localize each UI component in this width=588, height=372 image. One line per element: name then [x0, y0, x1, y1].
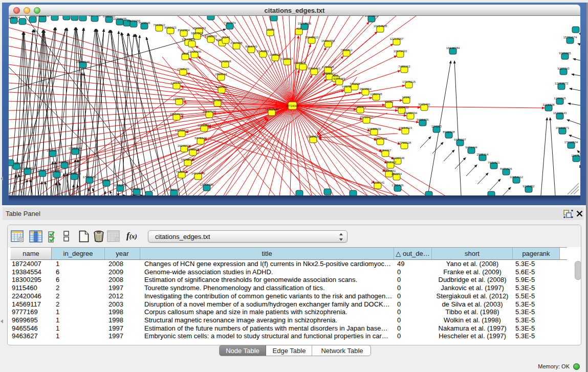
svg-text:19654932: 19654932 — [170, 113, 184, 116]
svg-text:8660123: 8660123 — [164, 26, 177, 29]
svg-text:7625402: 7625402 — [176, 170, 188, 173]
svg-text:9115460: 9115460 — [419, 103, 431, 106]
svg-text:3215938: 3215938 — [542, 103, 555, 106]
svg-text:10973493: 10973493 — [394, 50, 407, 53]
svg-text:1080748: 1080748 — [370, 93, 382, 96]
svg-text:3824554: 3824554 — [359, 87, 372, 91]
svg-text:17016504: 17016504 — [564, 141, 578, 144]
svg-text:62160: 62160 — [385, 100, 394, 103]
svg-text:17957253: 17957253 — [83, 176, 97, 179]
svg-text:17975115: 17975115 — [402, 80, 416, 83]
svg-text:18267130: 18267130 — [203, 110, 216, 113]
svg-text:16648784: 16648784 — [446, 47, 460, 50]
svg-text:7955812: 7955812 — [340, 49, 353, 52]
svg-text:116753: 116753 — [571, 154, 580, 157]
svg-text:5878342: 5878342 — [194, 137, 207, 140]
svg-text:29053346: 29053346 — [76, 60, 90, 63]
svg-text:7632621: 7632621 — [488, 161, 500, 164]
svg-text:20691406: 20691406 — [36, 16, 50, 17]
svg-text:9084067: 9084067 — [379, 149, 391, 152]
svg-text:6479197: 6479197 — [454, 138, 466, 141]
svg-text:10655267: 10655267 — [76, 16, 90, 16]
svg-text:9777169: 9777169 — [333, 77, 345, 80]
svg-text:12093872: 12093872 — [555, 82, 569, 85]
svg-text:1145191: 1145191 — [51, 170, 63, 173]
svg-text:16154808: 16154808 — [374, 25, 387, 28]
svg-text:14495794: 14495794 — [404, 112, 418, 115]
svg-text:746266: 746266 — [350, 82, 360, 85]
svg-text:9227343: 9227343 — [557, 67, 570, 70]
svg-text:19218506: 19218506 — [298, 22, 312, 25]
svg-text:8186323: 8186323 — [205, 35, 217, 38]
svg-text:9097588: 9097588 — [58, 161, 71, 164]
svg-text:2055724: 2055724 — [9, 16, 20, 19]
svg-text:16961758: 16961758 — [321, 39, 335, 42]
svg-text:1221332: 1221332 — [170, 81, 183, 84]
svg-text:6794028: 6794028 — [322, 65, 334, 69]
svg-text:8471626: 8471626 — [500, 167, 512, 170]
svg-text:17756928: 17756928 — [398, 141, 411, 144]
svg-text:8813054: 8813054 — [268, 16, 280, 16]
svg-text:16120746: 16120746 — [391, 157, 405, 160]
svg-text:25346: 25346 — [222, 36, 230, 39]
svg-text:18724007: 18724007 — [286, 104, 299, 107]
svg-text:9498212: 9498212 — [187, 148, 199, 151]
svg-text:9242848: 9242848 — [219, 60, 231, 63]
svg-text:134095: 134095 — [431, 125, 442, 128]
svg-text:16210643: 16210643 — [553, 112, 567, 115]
svg-text:10358137: 10358137 — [100, 179, 114, 182]
svg-text:2967608: 2967608 — [230, 41, 243, 45]
svg-text:419: 419 — [296, 27, 302, 30]
svg-text:7515546: 7515546 — [138, 21, 150, 25]
svg-text:12160: 12160 — [402, 96, 411, 99]
svg-text:9474444: 9474444 — [465, 146, 477, 149]
svg-text:1244415: 1244415 — [554, 97, 566, 100]
svg-text:18807269: 18807269 — [374, 137, 387, 140]
svg-text:14136141: 14136141 — [371, 181, 385, 184]
svg-text:1615112: 1615112 — [385, 161, 397, 164]
svg-text:1527602: 1527602 — [89, 16, 101, 17]
svg-text:10543362: 10543362 — [182, 38, 195, 41]
svg-text:13254: 13254 — [266, 28, 275, 31]
svg-text:1733426: 1733426 — [391, 184, 404, 187]
svg-text:12213967: 12213967 — [390, 37, 404, 40]
svg-text:2935114: 2935114 — [477, 153, 489, 156]
svg-text:8454749: 8454749 — [245, 45, 257, 48]
svg-text:12823446: 12823446 — [130, 187, 144, 190]
svg-text:2020657: 2020657 — [47, 149, 59, 152]
svg-text:10688609: 10688609 — [367, 127, 381, 130]
svg-text:15751074: 15751074 — [563, 36, 577, 39]
svg-text:9465779: 9465779 — [168, 188, 180, 191]
svg-text:817006: 817006 — [212, 99, 223, 102]
svg-text:19654923: 19654923 — [399, 126, 412, 129]
svg-text:8427552: 8427552 — [215, 85, 228, 89]
svg-text:252274: 252274 — [391, 172, 402, 176]
svg-text:6322017: 6322017 — [281, 57, 293, 60]
svg-text:18302995: 18302995 — [265, 108, 279, 111]
svg-text:7485063: 7485063 — [398, 65, 410, 68]
svg-text:10025433: 10025433 — [395, 106, 409, 109]
svg-text:16046706: 16046706 — [178, 144, 191, 147]
svg-text:17359924: 17359924 — [69, 147, 82, 150]
svg-text:1610755: 1610755 — [173, 97, 185, 100]
svg-text:14914479: 14914479 — [191, 172, 205, 175]
svg-text:10654112: 10654112 — [510, 176, 524, 179]
svg-text:8938928: 8938928 — [443, 130, 455, 134]
svg-text:12505115: 12505115 — [68, 172, 81, 175]
svg-text:9827503: 9827503 — [191, 32, 203, 35]
svg-text:8990443: 8990443 — [308, 67, 320, 70]
svg-text:18226053: 18226053 — [192, 27, 206, 30]
svg-text:19166827: 19166827 — [175, 129, 189, 132]
svg-text:13716485: 13716485 — [200, 183, 214, 186]
svg-text:7357274: 7357274 — [224, 21, 236, 25]
svg-text:12353594: 12353594 — [198, 124, 211, 127]
svg-text:15720407: 15720407 — [360, 116, 374, 119]
svg-text:1588520: 1588520 — [269, 53, 281, 56]
svg-text:7663822: 7663822 — [153, 24, 165, 27]
svg-text:15692871: 15692871 — [556, 126, 570, 129]
svg-text:22420046: 22420046 — [188, 50, 202, 53]
svg-text:20876812: 20876812 — [365, 16, 379, 17]
svg-text:8912954: 8912954 — [178, 29, 190, 32]
svg-text:12342737: 12342737 — [36, 169, 50, 172]
svg-text:1135682: 1135682 — [22, 167, 34, 170]
